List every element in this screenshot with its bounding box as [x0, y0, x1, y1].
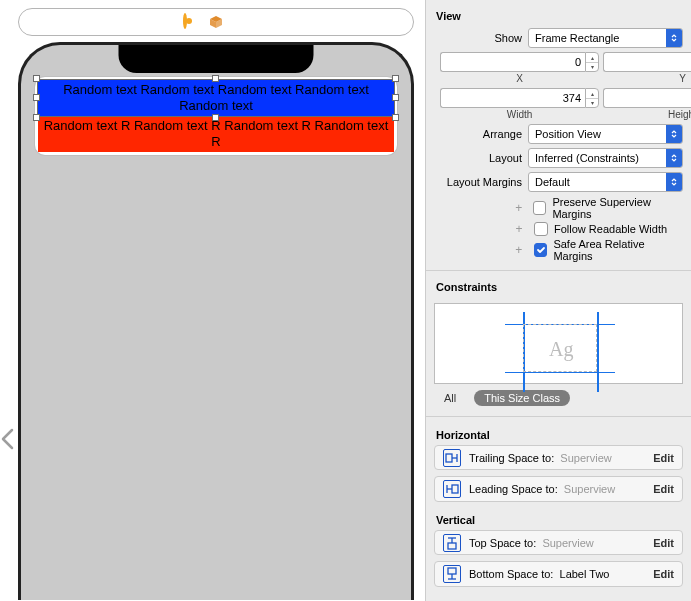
- constraint-top[interactable]: Top Space to: Superview Edit: [434, 530, 683, 556]
- section-constraints-title: Constraints: [436, 281, 683, 293]
- show-popup[interactable]: Frame Rectangle: [528, 28, 683, 48]
- seg-all[interactable]: All: [434, 390, 466, 406]
- constraint-leading[interactable]: Leading Space to: Superview Edit: [434, 476, 683, 502]
- constraint-target: Superview: [542, 537, 593, 549]
- constraints-placeholder: Ag: [549, 338, 573, 361]
- width-stepper[interactable]: ▴▾: [585, 88, 599, 108]
- svg-rect-9: [448, 568, 456, 574]
- seg-this-size-class[interactable]: This Size Class: [474, 390, 570, 406]
- arrange-label: Arrange: [434, 128, 528, 140]
- safearea-label: Safe Area Relative Margins: [553, 238, 683, 262]
- canvas-area[interactable]: Random text Random text Random text Rand…: [0, 0, 426, 601]
- layout-popup[interactable]: Inferred (Constraints): [528, 148, 683, 168]
- constraint-label: Leading Space to:: [469, 483, 558, 495]
- section-view-title: View: [436, 10, 683, 22]
- y-field[interactable]: [603, 52, 691, 72]
- first-responder-icon: [209, 15, 223, 29]
- exit-icon: [235, 15, 249, 29]
- trailing-icon: [443, 449, 461, 467]
- constraint-label: Top Space to:: [469, 537, 536, 549]
- bottom-icon: [443, 565, 461, 583]
- add-trait-icon[interactable]: +: [514, 201, 523, 215]
- layout-value: Inferred (Constraints): [535, 152, 639, 164]
- vc-icon: [183, 15, 197, 29]
- width-sublabel: Width: [507, 109, 533, 120]
- constraint-target: Superview: [560, 452, 611, 464]
- constraint-target: Superview: [564, 483, 615, 495]
- height-sublabel: Height: [668, 109, 691, 120]
- x-sublabel: X: [516, 73, 523, 84]
- edit-button[interactable]: Edit: [653, 568, 674, 580]
- constraint-label: Bottom Space to:: [469, 568, 553, 580]
- add-trait-icon[interactable]: +: [514, 243, 524, 257]
- y-sublabel: Y: [679, 73, 686, 84]
- constraint-bottom[interactable]: Bottom Space to: Label Two Edit: [434, 561, 683, 587]
- back-arrow-icon[interactable]: [0, 428, 14, 450]
- chevron-updown-icon: [666, 173, 682, 191]
- arrange-value: Position View: [535, 128, 601, 140]
- margins-popup[interactable]: Default: [528, 172, 683, 192]
- top-icon: [443, 534, 461, 552]
- chevron-updown-icon: [666, 149, 682, 167]
- chevron-updown-icon: [666, 125, 682, 143]
- width-field[interactable]: [440, 88, 585, 108]
- constraints-diagram[interactable]: Ag: [434, 303, 683, 384]
- edit-button[interactable]: Edit: [653, 537, 674, 549]
- svg-rect-3: [452, 485, 458, 493]
- edit-button[interactable]: Edit: [653, 452, 674, 464]
- device-notch: [119, 45, 314, 73]
- svg-rect-6: [448, 543, 456, 549]
- svg-rect-0: [446, 454, 452, 462]
- device-frame: Random text Random text Random text Rand…: [18, 42, 414, 600]
- scene-title-bar[interactable]: [18, 8, 414, 36]
- label-one[interactable]: Random text Random text Random text Rand…: [38, 80, 394, 116]
- x-stepper[interactable]: ▴▾: [585, 52, 599, 72]
- safearea-checkbox[interactable]: [534, 243, 548, 257]
- margins-value: Default: [535, 176, 570, 188]
- height-field[interactable]: [603, 88, 691, 108]
- margins-label: Layout Margins: [434, 176, 528, 188]
- readable-label: Follow Readable Width: [554, 223, 667, 235]
- preserve-checkbox[interactable]: [533, 201, 546, 215]
- vertical-heading: Vertical: [436, 514, 683, 526]
- constraint-trailing[interactable]: Trailing Space to: Superview Edit: [434, 445, 683, 471]
- size-inspector: View Show Frame Rectangle ▴▾ X: [426, 0, 691, 601]
- edit-button[interactable]: Edit: [653, 483, 674, 495]
- label-two[interactable]: Random text R Random text R Random text …: [38, 116, 394, 152]
- preserve-label: Preserve Superview Margins: [552, 196, 683, 220]
- constraint-target: Label Two: [560, 568, 610, 580]
- readable-checkbox[interactable]: [534, 222, 548, 236]
- x-field[interactable]: [440, 52, 585, 72]
- constraint-label: Trailing Space to:: [469, 452, 554, 464]
- arrange-popup[interactable]: Position View: [528, 124, 683, 144]
- container-view[interactable]: Random text Random text Random text Rand…: [35, 77, 397, 155]
- show-label: Show: [434, 32, 528, 44]
- chevron-updown-icon: [666, 29, 682, 47]
- layout-label: Layout: [434, 152, 528, 164]
- show-value: Frame Rectangle: [535, 32, 619, 44]
- add-trait-icon[interactable]: +: [514, 222, 524, 236]
- horizontal-heading: Horizontal: [436, 429, 683, 441]
- leading-icon: [443, 480, 461, 498]
